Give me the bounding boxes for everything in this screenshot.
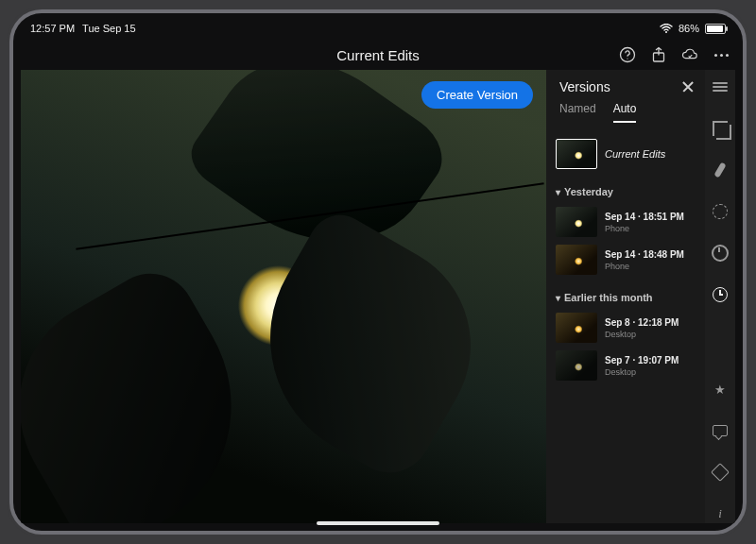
version-device: Phone bbox=[605, 262, 684, 271]
version-current[interactable]: Current Edits bbox=[554, 135, 697, 173]
tablet-hardware-button bbox=[68, 7, 102, 10]
heal-icon[interactable] bbox=[711, 161, 730, 179]
version-group-yesterday[interactable]: ▾ Yesterday bbox=[556, 186, 697, 197]
version-timestamp: Sep 14 · 18:51 PM bbox=[605, 212, 684, 222]
version-device: Desktop bbox=[605, 330, 679, 339]
version-group-earlier[interactable]: ▾ Earlier this month bbox=[556, 292, 697, 303]
version-device: Phone bbox=[605, 224, 684, 233]
battery-percent: 86% bbox=[679, 23, 699, 34]
tag-icon[interactable] bbox=[711, 463, 730, 482]
svg-point-2 bbox=[627, 58, 627, 59]
version-item[interactable]: Sep 14 · 18:51 PM Phone bbox=[554, 203, 697, 241]
version-timestamp: Sep 8 · 12:18 PM bbox=[605, 317, 679, 328]
sliders-icon[interactable] bbox=[711, 77, 730, 96]
page-title: Current Edits bbox=[336, 47, 420, 63]
version-thumbnail bbox=[556, 207, 597, 237]
home-indicator[interactable] bbox=[317, 521, 439, 525]
color-dial-icon[interactable] bbox=[711, 244, 730, 263]
share-icon[interactable] bbox=[650, 46, 667, 63]
photo-image bbox=[21, 70, 546, 523]
radial-mask-icon[interactable] bbox=[711, 202, 730, 221]
group-label-text: Earlier this month bbox=[564, 292, 653, 303]
status-time: 12:57 PM bbox=[30, 23, 75, 34]
versions-panel-title: Versions bbox=[559, 79, 610, 94]
versions-tabs: Named Auto bbox=[546, 102, 705, 128]
wifi-icon bbox=[660, 24, 673, 33]
battery-icon bbox=[705, 24, 726, 34]
chevron-down-icon: ▾ bbox=[556, 187, 560, 197]
version-item[interactable]: Sep 14 · 18:48 PM Phone bbox=[554, 241, 697, 279]
svg-point-0 bbox=[665, 31, 667, 33]
version-timestamp: Sep 14 · 18:48 PM bbox=[605, 249, 684, 260]
close-icon[interactable] bbox=[680, 79, 696, 94]
status-date: Tue Sep 15 bbox=[82, 23, 135, 34]
chevron-down-icon: ▾ bbox=[556, 293, 560, 303]
info-icon[interactable]: i bbox=[711, 504, 730, 523]
help-icon[interactable] bbox=[619, 46, 636, 63]
versions-panel: Versions Named Auto Current Edits ▾ Yest… bbox=[546, 70, 705, 523]
star-icon[interactable]: ★ bbox=[711, 380, 730, 399]
status-bar: 12:57 PM Tue Sep 15 86% bbox=[13, 19, 743, 38]
version-timestamp: Sep 7 · 19:07 PM bbox=[605, 355, 679, 366]
version-item[interactable]: Sep 8 · 12:18 PM Desktop bbox=[554, 309, 697, 347]
tab-auto[interactable]: Auto bbox=[613, 102, 637, 123]
version-label: Current Edits bbox=[605, 148, 665, 160]
version-device: Desktop bbox=[605, 367, 679, 377]
app-topbar: Current Edits bbox=[13, 40, 743, 70]
version-item[interactable]: Sep 7 · 19:07 PM Desktop bbox=[554, 347, 697, 384]
group-label-text: Yesterday bbox=[564, 186, 613, 197]
tab-named[interactable]: Named bbox=[559, 102, 596, 123]
version-thumbnail bbox=[556, 313, 597, 343]
version-thumbnail bbox=[556, 139, 597, 169]
tablet-screen: 12:57 PM Tue Sep 15 86% Current Edits bbox=[13, 13, 743, 531]
comment-icon[interactable] bbox=[711, 421, 730, 440]
create-version-button[interactable]: Create Version bbox=[421, 81, 533, 109]
version-thumbnail bbox=[556, 350, 597, 381]
right-toolstrip: ★ i bbox=[705, 70, 735, 523]
more-icon[interactable] bbox=[713, 46, 730, 63]
versions-clock-icon[interactable] bbox=[711, 285, 730, 304]
version-thumbnail bbox=[556, 245, 597, 275]
photo-canvas[interactable]: Create Version bbox=[21, 70, 546, 523]
crop-icon[interactable] bbox=[711, 119, 730, 138]
cloud-sync-icon[interactable] bbox=[681, 46, 698, 63]
